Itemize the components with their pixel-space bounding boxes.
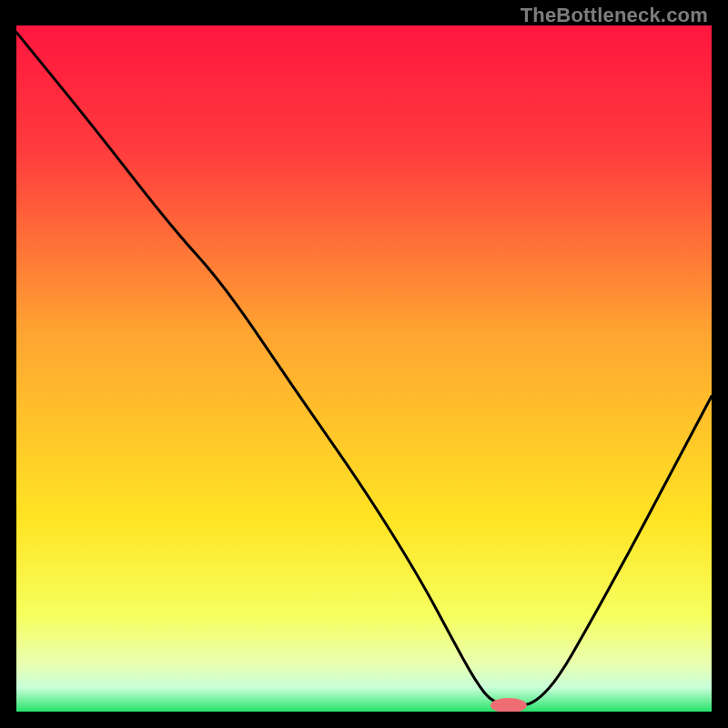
bottleneck-chart [16,25,712,712]
gradient-background [16,25,712,712]
watermark-text: TheBottleneck.com [521,4,708,27]
chart-frame [16,25,712,712]
